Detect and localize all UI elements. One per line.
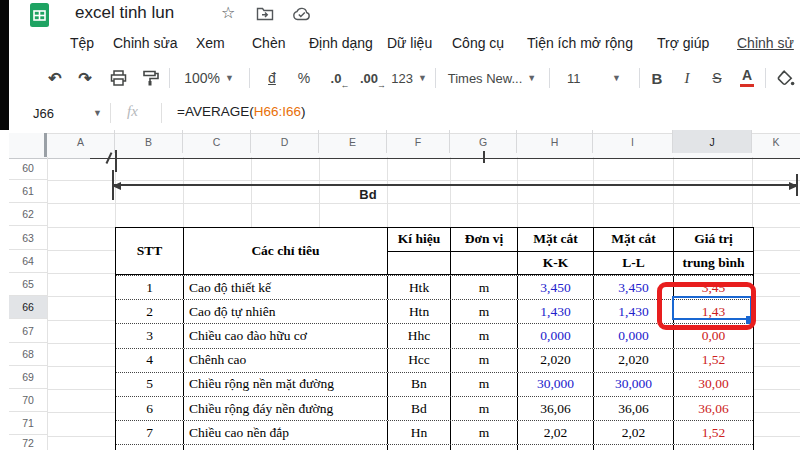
column-header-f[interactable]: F (387, 130, 450, 153)
last-edit-link[interactable]: Chỉnh sử (737, 35, 794, 51)
cell[interactable]: 2,02 (518, 421, 594, 444)
cell[interactable]: m (451, 373, 518, 396)
column-header-d[interactable]: D (251, 130, 319, 153)
menu-file[interactable]: Tệp (70, 35, 94, 51)
column-header-a[interactable]: A (47, 130, 115, 153)
menu-help[interactable]: Trợ giúp (657, 35, 709, 51)
cell[interactable]: 2 (116, 300, 184, 323)
cell[interactable]: 36,06 (594, 397, 674, 420)
cell[interactable] (451, 445, 518, 450)
cell[interactable]: 0,000 (518, 324, 594, 347)
document-title[interactable]: excel tinh lun (75, 3, 174, 23)
header-mat-cat-kk[interactable]: Mặt cắtK-K (518, 228, 594, 274)
cell[interactable]: Cao độ thiết kế (184, 276, 388, 299)
menu-extensions[interactable]: Tiện ích mở rộng (527, 35, 633, 51)
cell[interactable]: 4 (116, 349, 184, 372)
decrease-decimal-button[interactable]: .0← (321, 60, 351, 96)
column-header-e[interactable]: E (319, 130, 387, 153)
column-header-k[interactable]: K (752, 130, 800, 153)
cell[interactable]: m (451, 324, 518, 347)
row-header-69[interactable]: 69 (9, 366, 47, 389)
cell[interactable]: Hệ số mái dốc ta luy đắp đất (184, 445, 388, 450)
zoom-select[interactable]: 100%▼ (177, 60, 241, 96)
cell[interactable]: 1,52 (674, 349, 753, 372)
bold-button[interactable]: B (643, 60, 671, 96)
header-mat-cat-ll[interactable]: Mặt cắtL-L (594, 228, 674, 274)
cell[interactable]: 1,52 (674, 421, 753, 444)
column-header-g[interactable]: G (450, 130, 517, 153)
cell[interactable]: Chênh cao (184, 349, 388, 372)
row-header-66-selected[interactable]: 66 (9, 296, 47, 319)
cell[interactable]: Chiều cao đào hữu cơ (184, 324, 388, 347)
menu-view[interactable]: Xem (196, 35, 225, 51)
formula-input[interactable]: =AVERAGE(H66:I66) (177, 104, 305, 119)
header-stt[interactable]: STT (116, 228, 184, 274)
cell[interactable]: 1 (116, 276, 184, 299)
cell[interactable]: 36,06 (674, 397, 753, 420)
cell[interactable]: m (451, 421, 518, 444)
increase-decimal-button[interactable]: .00→ (353, 60, 385, 96)
row-header-61[interactable]: 61 (9, 180, 47, 203)
cell[interactable]: 8 (116, 445, 184, 450)
row-header-72[interactable]: 72 (9, 436, 47, 450)
cell[interactable]: Htk (388, 276, 451, 299)
cloud-saved-icon[interactable] (292, 6, 312, 22)
cell[interactable]: 1,50 (518, 445, 594, 450)
cell[interactable]: m (451, 397, 518, 420)
header-ky-hieu[interactable]: Kí hiệu (388, 228, 451, 274)
row-header-71[interactable]: 71 (9, 412, 47, 435)
menu-edit[interactable]: Chỉnh sửa (113, 35, 178, 51)
column-header-i[interactable]: I (593, 130, 673, 153)
header-gia-tri[interactable]: Giá trịtrung bình (674, 228, 753, 274)
cell[interactable]: 1,50 (674, 445, 753, 450)
row-header-70[interactable]: 70 (9, 389, 47, 412)
font-size-select[interactable]: 11▼ (555, 60, 633, 96)
cell[interactable]: 30,000 (518, 373, 594, 396)
text-color-button[interactable]: A (733, 60, 761, 96)
cell[interactable]: 2,020 (594, 349, 674, 372)
cell[interactable]: Chiều cao nền đắp (184, 421, 388, 444)
print-button[interactable] (103, 60, 133, 96)
cell[interactable]: 1,430 (518, 300, 594, 323)
menu-insert[interactable]: Chèn (252, 35, 285, 51)
column-header-b[interactable]: B (115, 130, 183, 153)
cell[interactable]: Hn (388, 421, 451, 444)
undo-button[interactable]: ↶ (41, 60, 69, 96)
row-header-62[interactable]: 62 (9, 203, 47, 226)
cell[interactable]: m (451, 276, 518, 299)
column-header-j-selected[interactable]: J (673, 130, 752, 153)
cell[interactable]: 30,00 (674, 373, 753, 396)
name-box[interactable]: J66 ▼ (9, 96, 110, 130)
cell[interactable]: 1,50 (594, 445, 674, 450)
cell[interactable]: 3,450 (518, 276, 594, 299)
italic-button[interactable]: I (673, 60, 701, 96)
cell[interactable]: 36,06 (518, 397, 594, 420)
row-header-65[interactable]: 65 (9, 273, 47, 296)
cell[interactable]: Cao độ tự nhiên (184, 300, 388, 323)
cell[interactable]: Hcc (388, 349, 451, 372)
menu-tools[interactable]: Công cụ (452, 35, 504, 51)
column-header-h[interactable]: H (517, 130, 593, 153)
menu-format[interactable]: Định dạng (309, 35, 373, 51)
cell[interactable]: Chiều rộng nền mặt đường (184, 373, 388, 396)
row-header-63[interactable]: 63 (9, 227, 47, 250)
font-name-select[interactable]: Times New...▼ (441, 60, 543, 96)
star-icon[interactable]: ☆ (221, 3, 235, 22)
cell[interactable]: 2,02 (594, 421, 674, 444)
cell[interactable]: 30,000 (594, 373, 674, 396)
cell[interactable]: Bn (388, 373, 451, 396)
cell[interactable]: m (451, 300, 518, 323)
cell[interactable]: m (451, 349, 518, 372)
cell[interactable]: 3 (116, 324, 184, 347)
header-don-vi[interactable]: Đơn vị (451, 228, 518, 274)
more-formats-button[interactable]: 123▼ (387, 60, 431, 96)
redo-button[interactable]: ↷ (71, 60, 99, 96)
cell[interactable]: 2,020 (518, 349, 594, 372)
move-folder-icon[interactable] (256, 6, 274, 22)
fill-color-button[interactable] (771, 60, 800, 96)
header-chi-tieu[interactable]: Các chỉ tiêu (184, 228, 388, 274)
percent-format-button[interactable]: % (289, 60, 319, 96)
cell[interactable]: 7 (116, 421, 184, 444)
cell[interactable]: Htn (388, 300, 451, 323)
cell[interactable]: 5 (116, 373, 184, 396)
